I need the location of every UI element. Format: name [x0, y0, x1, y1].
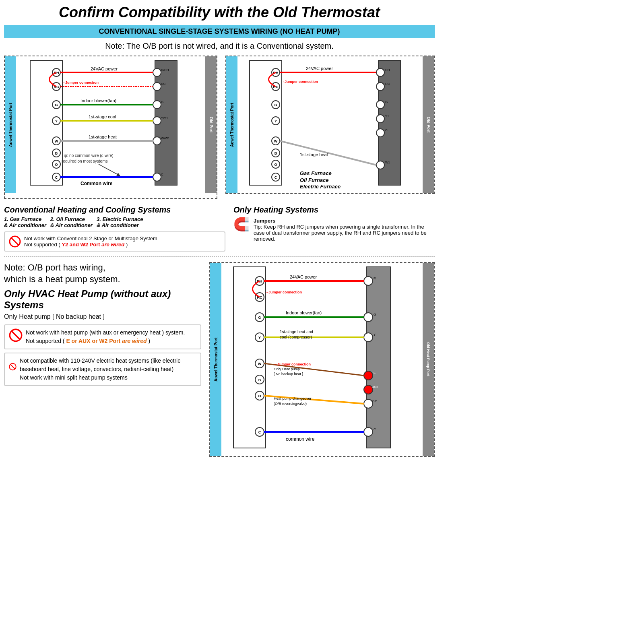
left-wiring-svg: RH RC G Y W B [16, 56, 205, 193]
labels-row: Conventional Heating and Cooling Systems… [4, 205, 435, 252]
svg-text:O: O [55, 163, 58, 167]
svg-text:C: C [385, 128, 388, 132]
divider [4, 256, 435, 257]
svg-text:W/W1: W/W1 [161, 136, 170, 140]
svg-text:24VAC power: 24VAC power [91, 66, 118, 71]
heat-pump-warning-1: Not work with heat pump (with aux or eme… [4, 324, 201, 349]
svg-point-24 [153, 117, 161, 125]
svg-point-22 [153, 101, 161, 109]
svg-text:1st-stage heat: 1st-stage heat [300, 152, 328, 157]
e-aux-w2-highlight: E or AUX or W2 Port are wired [66, 338, 147, 344]
svg-point-113 [364, 371, 373, 380]
heat-pump-warning-1-text: Not work with heat pump (with aux or eme… [26, 328, 185, 345]
svg-text:O/B: O/B [372, 400, 377, 402]
right-port-label-2: Old Port [423, 56, 434, 193]
svg-line-42 [99, 164, 119, 175]
svg-text:→Jumper connection: →Jumper connection [62, 80, 99, 85]
svg-text:B: B [55, 151, 58, 155]
svg-point-107 [364, 277, 373, 285]
page-title: Confirm Compatibility with the Old Therm… [4, 4, 435, 21]
svg-line-84 [11, 238, 19, 245]
svg-text:→Jumper connection: →Jumper connection [265, 290, 302, 294]
svg-text:Only Heat pump: Only Heat pump [274, 367, 300, 371]
heat-pump-diagram-box: Aowel Thermostat Port RH RC G Y W [209, 262, 435, 457]
svg-text:R: R [374, 277, 376, 280]
conv-item-2: 2. Oil Furnace& Air conditioner [50, 216, 93, 228]
jumper-tip-text: Jumpers Tip: Keep RH and RC jumpers when… [254, 218, 435, 242]
svg-text:O: O [274, 163, 277, 167]
svg-rect-106 [366, 267, 390, 448]
svg-text:[ No backup heat ]: [ No backup heat ] [274, 372, 303, 376]
svg-text:Indoor blower(fan): Indoor blower(fan) [80, 98, 116, 103]
svg-text:Indoor blower(fan): Indoor blower(fan) [286, 310, 322, 315]
svg-text:1st-stage heat and: 1st-stage heat and [280, 330, 313, 334]
svg-text:G: G [55, 103, 58, 107]
svg-text:G: G [385, 100, 388, 104]
svg-text:G: G [374, 313, 376, 316]
conv-item-1: 1. Gas Furnace& Air conditioner [4, 216, 46, 228]
top-diagrams-row: Aowel Thermostat Port RH RC G [4, 56, 435, 199]
conventional-title: Conventional Heating and Cooling Systems [4, 205, 225, 215]
no-symbol-1 [9, 235, 21, 248]
y2-w2-highlight: Y2 and W2 Port are wired [62, 242, 124, 248]
svg-text:→Jumper connection: →Jumper connection [274, 362, 311, 366]
svg-text:Gas Furnace: Gas Furnace [300, 170, 332, 176]
heat-pump-title: Only HVAC Heat Pump (without aux) System… [4, 288, 201, 311]
svg-text:Y1: Y1 [385, 114, 389, 118]
svg-text:C: C [258, 430, 261, 434]
no-symbol-3 [9, 357, 17, 377]
svg-text:R/RH: R/RH [161, 68, 169, 72]
svg-text:G: G [161, 100, 163, 104]
svg-text:Oil Furnace: Oil Furnace [300, 177, 329, 183]
not-supported-text: Not work with Conventional 2 Stage or Mu… [24, 235, 157, 248]
svg-text:W1: W1 [385, 161, 390, 164]
svg-point-73 [376, 161, 384, 169]
heat-pump-wiring-svg: RH RC G Y W B O C [221, 263, 423, 456]
only-heating-title: Only Heating Systems [233, 205, 435, 215]
section-banner: CONVENTIONAL SINGLE-STAGE SYSTEMS WIRING… [4, 25, 435, 38]
svg-point-71 [376, 129, 384, 137]
right-port-label-3: Old Heat Pump Port [423, 263, 434, 456]
svg-point-69 [376, 115, 384, 123]
svg-text:Common wire: Common wire [80, 181, 113, 186]
bottom-left-area: Note: O/B port has wiring,which is a hea… [4, 262, 201, 457]
right-port-label-1: Old Port [205, 56, 217, 193]
svg-point-28 [153, 173, 161, 181]
svg-text:Y: Y [258, 336, 261, 340]
heat-pump-warning-2-text: Not compatible with 110-240V electric he… [20, 357, 196, 382]
svg-text:C: C [275, 175, 277, 180]
svg-text:Y: Y [55, 119, 58, 123]
svg-text:24VAC power: 24VAC power [290, 275, 317, 279]
conventional-items: 1. Gas Furnace& Air conditioner 2. Oil F… [4, 216, 225, 228]
svg-text:Y/Y1: Y/Y1 [161, 116, 168, 120]
jumper-tip-body: Tip: Keep RH and RC jumpers when powerin… [254, 224, 427, 242]
svg-text:W: W [274, 139, 278, 143]
svg-point-26 [153, 137, 161, 145]
right-wiring-svg-top: RH RC G Y W B O C [237, 56, 423, 193]
svg-text:E: E [374, 371, 376, 375]
svg-text:AUX: AUX [372, 386, 378, 388]
left-port-label-2: Aowel Thermostat Port [226, 56, 237, 193]
heat-pump-sub: Only Heat pump [ No backup heat ] [4, 313, 201, 320]
svg-line-86 [12, 331, 20, 339]
svg-text:B: B [258, 378, 261, 382]
svg-text:Y: Y [374, 333, 376, 336]
svg-point-67 [376, 101, 384, 109]
svg-text:Heat pump changeover: Heat pump changeover [274, 396, 312, 400]
svg-text:RC: RC [161, 82, 166, 86]
svg-line-88 [10, 364, 15, 369]
subtitle-note: Note: The O/B port is not wired, and it … [4, 41, 435, 51]
svg-point-18 [153, 68, 161, 76]
svg-point-117 [364, 399, 373, 408]
heat-pump-note: Note: O/B port has wiring,which is a hea… [4, 262, 201, 285]
svg-text:W: W [55, 139, 58, 143]
svg-text:G: G [274, 103, 277, 107]
svg-point-115 [364, 385, 373, 394]
svg-text:O: O [258, 394, 261, 398]
heat-pump-warning-2: Not compatible with 110-240V electric he… [4, 353, 201, 386]
jumpers-label: Jumpers [254, 218, 275, 224]
svg-text:required on most systems: required on most systems [62, 159, 108, 163]
not-supported-box: Not work with Conventional 2 Stage or Mu… [4, 231, 225, 252]
conv-item-3: 3. Electric Furnace& Air conditioner [97, 216, 143, 228]
svg-point-63 [376, 68, 384, 76]
